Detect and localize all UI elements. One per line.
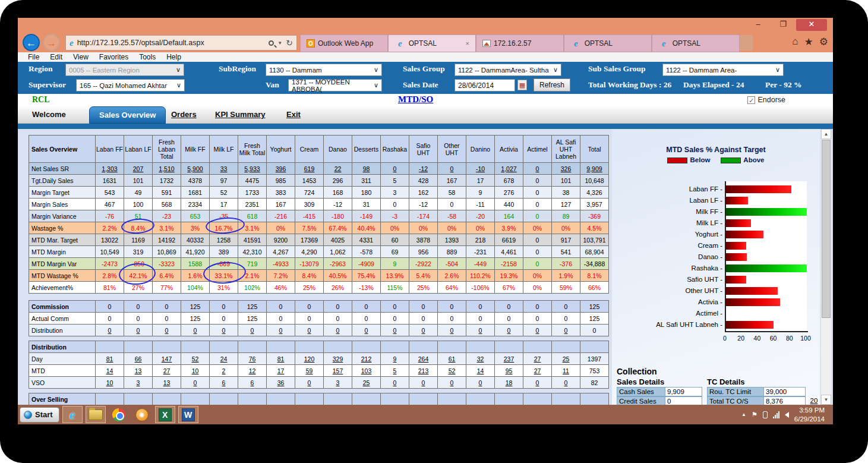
scroll-up-icon[interactable]: ▲ [821,129,831,139]
cell-value[interactable]: 18 [506,379,513,386]
table-cell[interactable]: 0 [466,377,495,389]
table-cell[interactable]: 326 [552,163,580,175]
cell-value[interactable]: 0 [137,327,140,334]
cell-value[interactable]: 0 [564,327,568,334]
cell-value[interactable]: 5 [393,367,397,374]
table-cell[interactable]: 6 [238,377,267,389]
cell-value[interactable]: 326 [561,165,572,172]
browser-tab[interactable]: OOutlook Web App [300,34,388,52]
address-bar[interactable]: e http://172.19.25.57/optsal/Default.asp… [65,35,297,51]
table-cell[interactable]: 0 [181,325,210,336]
tab-exit[interactable]: Exit [286,110,301,119]
browser-tab[interactable]: eOPTSAL [652,34,740,52]
table-cell[interactable]: 0 [523,325,552,336]
table-cell[interactable]: 0 [409,325,438,336]
table-cell[interactable]: 33 [210,163,238,175]
cell-value[interactable]: 0 [422,327,425,334]
cell-value[interactable]: 0 [564,379,568,386]
menu-item-file[interactable]: File [24,53,43,61]
taskbar-ie-icon[interactable]: e [62,406,83,423]
cell-value[interactable]: 0 [108,327,112,334]
cell-value[interactable]: 619 [304,165,315,172]
table-cell[interactable]: 753 [580,365,609,377]
cell-value[interactable]: 0 [194,379,197,386]
table-cell[interactable]: 0 [238,325,267,336]
menu-item-help[interactable]: Help [162,53,185,61]
table-cell[interactable]: 0 [438,377,466,389]
table-cell[interactable]: 12 [238,365,267,377]
gear-icon[interactable]: ⚙ [819,36,828,48]
table-cell[interactable]: -12 [409,163,438,175]
table-cell[interactable]: 207 [124,163,153,175]
table-cell[interactable]: 0 [295,325,324,336]
cell-value[interactable]: 5,933 [244,165,260,172]
table-cell[interactable]: 13 [124,365,153,377]
table-cell[interactable]: 14 [466,365,495,377]
table-cell[interactable]: 0 [552,377,580,389]
cell-value[interactable]: 0 [251,327,254,334]
table-cell[interactable]: 27 [153,365,181,377]
table-cell[interactable]: 0 [352,325,381,336]
table-cell[interactable]: 1,027 [495,163,523,175]
table-cell[interactable]: 18 [495,377,523,389]
cell-value[interactable]: 1397 [588,355,601,363]
table-cell[interactable]: 61 [438,353,466,365]
vertical-scrollbar[interactable]: ▲ ▼ [821,129,831,405]
cell-value[interactable]: 27 [534,367,541,374]
cell-value[interactable]: 0 [479,379,482,386]
supervisor-select[interactable]: 165 -- Qazi Mohamed Akhtar∨ [76,79,185,92]
cell-value[interactable]: 0 [194,327,197,334]
table-cell[interactable]: 25 [352,377,381,389]
table-cell[interactable]: 0 [267,325,295,336]
cell-value[interactable]: 66 [135,355,142,363]
table-cell[interactable]: 0 [495,325,523,336]
mtdso-link[interactable]: MTD/SO [398,95,433,105]
tab-sales-overview[interactable]: Sales Overview [89,106,166,124]
cell-value[interactable]: 0 [536,379,539,386]
table-cell[interactable]: 10 [181,365,210,377]
scrollbar-thumb[interactable] [822,140,831,318]
table-cell[interactable]: 52 [438,365,466,377]
table-cell[interactable]: 59 [295,365,324,377]
cell-value[interactable]: 157 [333,367,343,374]
cell-value[interactable]: 0 [308,379,311,386]
cell-value[interactable]: 0 [450,379,454,386]
browser-tab[interactable]: eOPTSAL [564,34,652,52]
taskbar-word-icon[interactable]: W [178,406,198,423]
menu-item-tools[interactable]: Tools [135,53,160,61]
tab-orders[interactable]: Orders [171,110,197,119]
table-cell[interactable]: 0 [153,325,181,336]
table-cell[interactable]: 1397 [580,353,609,365]
table-cell[interactable]: 13 [153,377,181,389]
table-cell[interactable]: 1,303 [96,163,124,175]
taskbar-excel-icon[interactable]: X [155,406,175,423]
table-cell[interactable]: 27 [523,365,552,377]
table-cell[interactable]: 5 [381,365,409,377]
cell-value[interactable]: 25 [363,379,370,386]
table-cell[interactable]: 27 [523,353,552,365]
table-cell[interactable]: 396 [267,163,295,175]
cell-value[interactable]: 329 [333,355,343,363]
salesdate-input[interactable] [454,79,515,92]
table-cell[interactable]: 11 [552,365,580,377]
table-cell[interactable]: 0 [438,325,466,336]
table-cell[interactable]: 10 [96,377,124,389]
cell-value[interactable]: 98 [363,165,370,172]
cell-value[interactable]: 120 [304,355,315,363]
table-cell[interactable]: 95 [495,365,523,377]
cell-value[interactable]: 1,303 [102,165,117,172]
menu-item-favorites[interactable]: Favorites [95,53,132,61]
table-cell[interactable]: 0 [210,325,238,336]
cell-value[interactable]: 13 [163,379,171,386]
clock[interactable]: 3:59 PM 6/29/2014 [794,406,825,423]
cell-value[interactable]: 9,909 [586,165,602,172]
table-cell[interactable]: 3 [124,377,153,389]
cell-value[interactable]: -10 [476,165,485,172]
table-cell[interactable]: 76 [238,353,267,365]
cell-value[interactable]: 13 [135,367,142,374]
cell-value[interactable]: 207 [133,165,144,172]
table-cell[interactable]: 5,933 [238,163,267,175]
cell-value[interactable]: 0 [507,327,511,334]
table-cell[interactable]: 1,510 [153,163,181,175]
refresh-button[interactable]: Refresh [534,78,570,92]
